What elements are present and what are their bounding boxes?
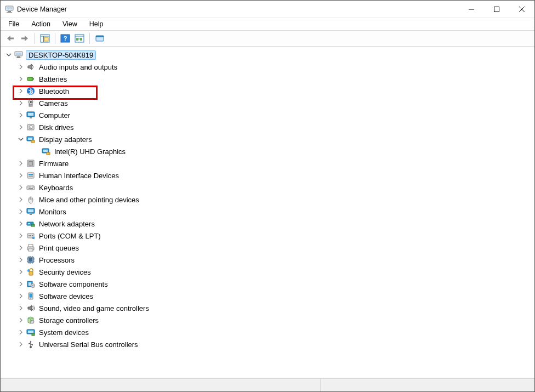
chevron-right-icon[interactable] [17, 196, 25, 203]
firmware-icon [26, 158, 36, 168]
chevron-right-icon[interactable] [17, 292, 25, 300]
device-manager-window: Device Manager File Action View Help [0, 0, 535, 392]
chevron-right-icon[interactable] [17, 328, 25, 336]
svg-rect-9 [21, 38, 25, 39]
forward-arrow-icon [20, 35, 30, 42]
minimize-button[interactable] [459, 1, 484, 18]
network-adapter-icon [26, 219, 36, 229]
chevron-right-icon[interactable] [17, 208, 25, 215]
printer-icon [26, 243, 36, 253]
menu-action[interactable]: Action [26, 19, 56, 29]
tree-category-label: Processors [38, 255, 76, 265]
chevron-right-icon[interactable] [17, 99, 25, 107]
svg-point-68 [30, 235, 31, 236]
tree-category[interactable]: Universal Serial Bus controllers [3, 338, 534, 350]
tree-category[interactable]: Mice and other pointing devices [3, 194, 534, 206]
tree-category-label: Sound, video and game controllers [38, 304, 150, 313]
chevron-right-icon[interactable] [17, 280, 25, 288]
help-button[interactable]: ? [59, 32, 72, 45]
chevron-down-icon[interactable] [5, 51, 13, 59]
show-hidden-button[interactable] [38, 32, 52, 45]
chevron-right-icon[interactable] [17, 220, 25, 228]
chevron-right-icon[interactable] [17, 184, 25, 191]
tree-category[interactable]: Software devices [3, 290, 534, 302]
tree-category-label: Ports (COM & LPT) [38, 231, 102, 241]
tree-category-label: Network adapters [38, 219, 96, 229]
tree-category[interactable]: Software components [3, 278, 534, 290]
tree-category[interactable]: Security devices [3, 266, 534, 278]
chevron-right-icon[interactable] [17, 87, 25, 95]
menu-file[interactable]: File [3, 19, 25, 29]
svg-rect-23 [16, 53, 21, 55]
app-icon [5, 5, 14, 14]
tree-category[interactable]: Computer [3, 109, 534, 121]
chevron-right-icon[interactable] [17, 268, 25, 276]
chevron-right-icon[interactable] [17, 160, 25, 167]
tree-category[interactable]: System devices [3, 326, 534, 338]
tree-device-label: Intel(R) UHD Graphics [53, 147, 127, 156]
svg-rect-72 [29, 245, 33, 247]
chevron-right-icon[interactable] [17, 256, 25, 264]
software-device-icon [26, 291, 36, 301]
tree-root-node[interactable]: DESKTOP-504K819 [3, 49, 534, 61]
menu-help[interactable]: Help [84, 19, 109, 29]
svg-rect-50 [27, 186, 35, 190]
chevron-right-icon[interactable] [17, 123, 25, 131]
svg-rect-13 [44, 37, 48, 41]
tree-category[interactable]: Sound, video and game controllers [3, 302, 534, 314]
tree-category[interactable]: Monitors [3, 206, 534, 218]
tree-category-label: Display adapters [38, 135, 93, 144]
tree-category-label: Monitors [38, 207, 67, 217]
svg-rect-54 [32, 187, 33, 188]
chevron-right-icon[interactable] [17, 232, 25, 240]
toolbar-separator [89, 33, 90, 44]
forward-button[interactable] [18, 32, 31, 45]
tree-category-label: Storage controllers [38, 316, 100, 325]
tree-category[interactable]: Display adapters [3, 133, 534, 145]
tree-category[interactable]: Disk drives [3, 121, 534, 133]
back-button[interactable] [4, 32, 17, 45]
scan-hardware-button[interactable] [73, 32, 86, 45]
svg-rect-31 [29, 104, 32, 106]
svg-rect-25 [16, 58, 21, 58]
tree-category-label: Software components [38, 280, 109, 289]
tree-category-label: Computer [38, 111, 71, 120]
tree-category-label: Print queues [38, 243, 80, 253]
svg-point-37 [30, 127, 31, 128]
tree-device[interactable]: Intel(R) UHD Graphics [3, 145, 534, 157]
maximize-button[interactable] [484, 1, 509, 18]
chevron-right-icon[interactable] [17, 304, 25, 312]
tree-category[interactable]: Ports (COM & LPT) [3, 230, 534, 242]
tree-category[interactable]: Human Interface Devices [3, 169, 534, 181]
svg-rect-64 [31, 224, 35, 226]
tree-category[interactable]: Audio inputs and outputs [3, 61, 534, 73]
tree-category[interactable]: Network adapters [3, 218, 534, 230]
chevron-right-icon[interactable] [17, 111, 25, 119]
properties-button[interactable] [93, 32, 106, 45]
tree-category-label: Human Interface Devices [38, 171, 120, 180]
tree-category[interactable]: Processors [3, 254, 534, 266]
tree-category-label: Batteries [38, 75, 68, 84]
tree-category[interactable]: Keyboards [3, 181, 534, 194]
tree-category[interactable]: Firmware [3, 157, 534, 169]
tree-category[interactable]: Print queues [3, 242, 534, 254]
tree-category-label: Disk drives [38, 123, 75, 132]
tree-category[interactable]: Cameras [3, 97, 534, 109]
chevron-right-icon[interactable] [17, 75, 25, 83]
tree-category-label: Firmware [38, 159, 70, 168]
toolbar-separator [35, 33, 35, 44]
chevron-right-icon[interactable] [17, 172, 25, 179]
tree-category[interactable]: Bluetooth [3, 85, 534, 97]
close-button[interactable] [509, 1, 534, 18]
tree-category[interactable]: Batteries [3, 73, 534, 85]
svg-rect-55 [33, 187, 35, 188]
chevron-right-icon[interactable] [17, 340, 25, 348]
chevron-right-icon[interactable] [17, 244, 25, 252]
chevron-down-icon[interactable] [17, 135, 25, 143]
chevron-right-icon[interactable] [17, 316, 25, 324]
svg-rect-26 [27, 77, 33, 81]
menu-view[interactable]: View [57, 19, 83, 29]
device-tree[interactable]: DESKTOP-504K819 Audio inputs and outputs… [1, 47, 534, 378]
tree-category[interactable]: Storage controllers [3, 314, 534, 326]
chevron-right-icon[interactable] [17, 63, 25, 71]
